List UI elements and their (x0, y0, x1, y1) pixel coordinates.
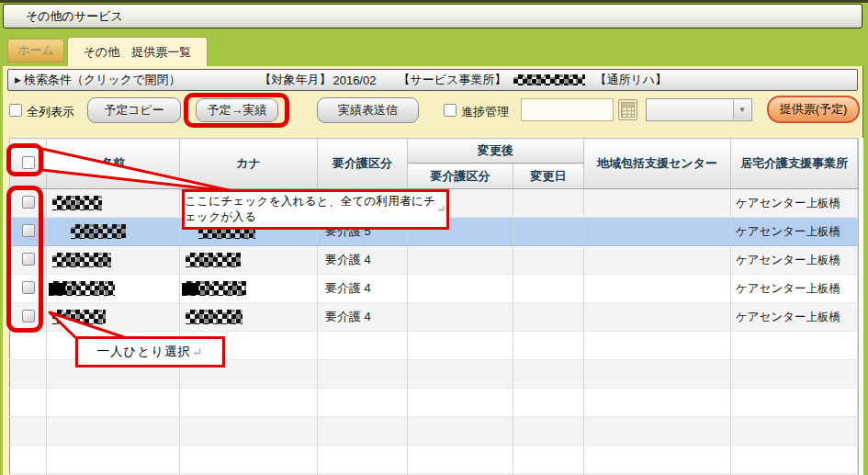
actual-send-label: 実績表送信 (338, 102, 398, 119)
empty-table-row (10, 389, 858, 417)
change-date-cell (513, 246, 584, 275)
community-center-cell (584, 218, 731, 246)
show-all-columns-checkbox[interactable] (9, 104, 22, 117)
redacted-office-name (513, 74, 585, 85)
chevron-down-icon[interactable]: ▼ (733, 100, 750, 119)
plan-copy-label: 予定コピー (104, 102, 164, 119)
calendar-icon (621, 102, 635, 118)
home-care-office-cell: ケアセンター上板橋 (731, 246, 858, 275)
progress-status-value (647, 102, 650, 115)
progress-management-label: 進捗管理 (461, 104, 509, 120)
target-month-value: 2016/02 (333, 74, 376, 87)
progress-date-input[interactable] (521, 98, 614, 121)
table-row[interactable]: 要介護 4ケアセンター上板橋 (10, 275, 858, 303)
home-care-office-cell: ケアセンター上板橋 (731, 218, 858, 246)
change-date-cell (513, 303, 584, 332)
community-center-cell (584, 275, 731, 303)
vertical-scrollbar[interactable] (858, 138, 863, 475)
after-care-level-cell (408, 303, 513, 332)
community-center-cell (584, 246, 731, 275)
tab-provider-list[interactable]: その他 提供票一覧 (67, 37, 208, 66)
header-after-change: 変更後 (408, 139, 584, 164)
check-all-note-text: ここにチェックを入れると、全ての利用者にチェックが入る (185, 194, 435, 225)
search-conditions-bar[interactable]: ▶ 検索条件（クリックで開閉） 【対象年月】 2016/02 【サービス事業所】… (7, 69, 858, 91)
page-title: その他のサービス (4, 8, 123, 25)
tab-home[interactable]: ホーム (7, 39, 64, 62)
change-date-cell (513, 218, 584, 246)
home-care-office-cell: ケアセンター上板橋 (731, 189, 858, 218)
empty-table-row (10, 417, 858, 446)
after-care-level-cell (408, 275, 513, 303)
actual-send-button[interactable]: 実績表送信 (317, 97, 419, 123)
individual-select-note: 一人ひとり選択↵ (75, 336, 225, 368)
search-toggle-label: 検索条件（クリックで開閉） (24, 72, 181, 88)
provider-sheet-button[interactable]: 提供票(予定) (767, 96, 860, 123)
progress-management-checkbox[interactable] (444, 104, 457, 117)
highlight-row-checkboxes (6, 186, 43, 333)
care-level-cell: 要介護 4 (318, 246, 408, 275)
progress-status-dropdown[interactable]: ▼ (646, 98, 752, 121)
tab-home-label: ホーム (17, 42, 54, 59)
check-all-note: ここにチェックを入れると、全ての利用者にチェックが入る↵ (182, 189, 449, 230)
table-row[interactable]: 要介護 4ケアセンター上板橋 (10, 303, 858, 332)
home-care-office-cell: ケアセンター上板橋 (731, 275, 858, 303)
care-level-cell: 要介護 4 (318, 275, 408, 303)
header-care-level: 要介護区分 (318, 139, 408, 189)
tab-provider-list-label: その他 提供票一覧 (84, 44, 192, 61)
table-body: ケアセンター上板橋要介護 5ケアセンター上板橋要介護 4ケアセンター上板橋要介護… (10, 189, 858, 475)
empty-table-row (10, 446, 858, 474)
header-kana: カナ (180, 139, 318, 189)
target-month-label: 【対象年月】 (259, 72, 331, 88)
home-care-office-cell: ケアセンター上板橋 (731, 303, 858, 332)
redacted-kana (186, 310, 242, 324)
redacted-name (52, 253, 111, 267)
expand-arrow-icon: ▶ (15, 75, 21, 85)
redacted-name (49, 281, 115, 296)
window-top-border (0, 0, 868, 3)
window-title-bar: その他のサービス (3, 4, 862, 28)
header-change-date: 変更日 (513, 164, 584, 189)
individual-note-text: 一人ひとり選択 (97, 344, 191, 360)
header-home-care-office: 居宅介護支援事業所 (731, 139, 858, 189)
return-mark: ↵ (436, 202, 446, 217)
change-date-cell (513, 275, 584, 303)
return-mark: ↵ (192, 345, 203, 360)
service-office-label: 【サービス事業所】 (398, 72, 506, 88)
redacted-name (52, 196, 102, 210)
redacted-name (71, 224, 126, 239)
provider-sheet-label: 提供票(予定) (780, 101, 848, 118)
change-date-cell (513, 189, 584, 218)
highlight-plan-to-actual (184, 93, 289, 128)
header-after-care-level: 要介護区分 (408, 164, 513, 189)
redacted-name (52, 310, 106, 324)
service-type-label: 【通所リハ】 (594, 72, 667, 88)
redacted-kana (182, 281, 246, 296)
after-care-level-cell (408, 246, 513, 275)
plan-copy-button[interactable]: 予定コピー (87, 97, 181, 123)
care-level-cell: 要介護 4 (318, 303, 408, 332)
app-window: その他のサービス ホーム その他 提供票一覧 ▶ 検索条件（クリックで開閉） 【… (0, 0, 868, 475)
community-center-cell (584, 189, 731, 218)
redacted-kana (186, 253, 241, 267)
table-row[interactable]: 要介護 4ケアセンター上板橋 (10, 246, 858, 275)
community-center-cell (584, 303, 731, 332)
show-all-columns-label: 全列表示 (27, 104, 74, 120)
header-name: 名前 (47, 139, 180, 189)
header-community-center: 地域包括支援センター (584, 139, 731, 189)
highlight-select-all-checkbox (6, 143, 43, 176)
calendar-button[interactable] (618, 99, 637, 120)
